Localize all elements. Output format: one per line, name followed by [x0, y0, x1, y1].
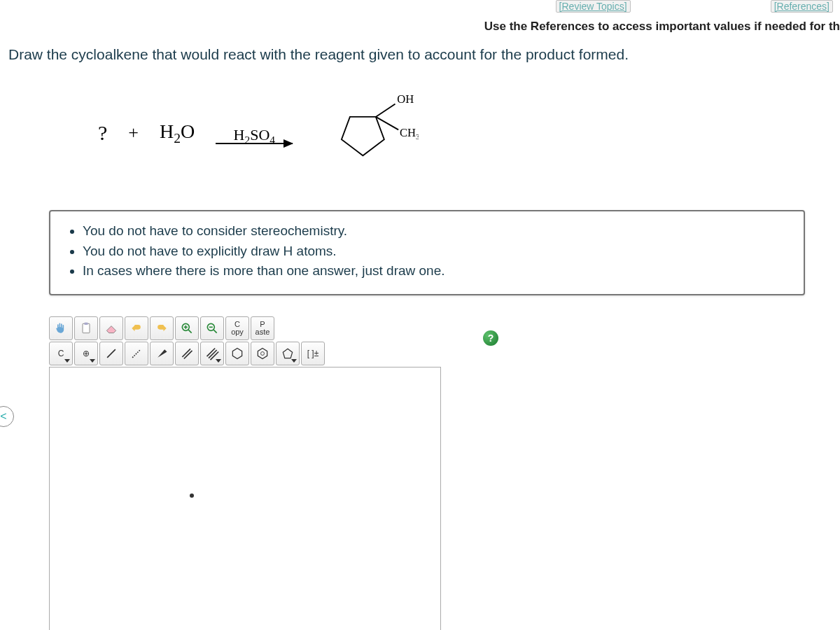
triple-bond-tool[interactable]: [200, 342, 224, 365]
instruction-item: You do not have to explicitly draw H ato…: [83, 241, 787, 262]
hand-tool[interactable]: [49, 316, 73, 340]
ring-icon: ⊕: [83, 349, 90, 358]
zoom-out-icon: [205, 321, 219, 335]
svg-line-1: [376, 104, 396, 116]
benzene-tool[interactable]: [225, 342, 249, 365]
instruction-item: You do not have to consider stereochemis…: [83, 221, 787, 241]
svg-rect-4: [85, 322, 88, 324]
drawing-canvas[interactable]: [49, 367, 441, 631]
svg-marker-15: [158, 349, 167, 358]
wedge-bond-tool[interactable]: [150, 342, 174, 365]
dashed-bond-icon: [130, 346, 144, 360]
select-tool[interactable]: [74, 316, 98, 340]
charge-label: [ ]±: [307, 349, 319, 358]
zoom-in-icon: [180, 321, 194, 335]
hexagon-icon: [230, 346, 244, 360]
oh-label: OH: [398, 92, 414, 106]
single-bond-icon: [104, 346, 118, 360]
paste-label-bottom: aste: [255, 328, 270, 336]
svg-marker-22: [258, 348, 267, 358]
copy-button[interactable]: C opy: [225, 316, 249, 340]
plus-sign: +: [128, 122, 139, 144]
help-button[interactable]: ?: [483, 330, 498, 346]
double-bond-tool[interactable]: [175, 342, 199, 365]
review-topics-link[interactable]: [Review Topics]: [556, 0, 631, 13]
prev-question-button[interactable]: <: [0, 406, 14, 427]
undo-icon: [130, 321, 144, 335]
reagent-water: H2O: [160, 120, 195, 146]
svg-line-13: [107, 349, 115, 358]
charge-tool[interactable]: [ ]±: [301, 342, 325, 365]
eraser-icon: [104, 321, 118, 335]
reaction-arrow: H2SO4: [216, 122, 293, 144]
ch3-label: CH3: [400, 126, 419, 141]
redo-icon: [155, 321, 169, 335]
erase-tool[interactable]: [99, 316, 123, 340]
clipboard-icon: [79, 321, 93, 335]
triple-bond-icon: [205, 346, 219, 360]
element-picker[interactable]: C: [49, 342, 73, 365]
zoom-in-button[interactable]: [175, 316, 199, 340]
dashed-bond-tool[interactable]: [125, 342, 148, 365]
instructions-box: You do not have to consider stereochemis…: [49, 210, 805, 295]
svg-line-14: [132, 349, 141, 358]
pentagon-icon: [281, 346, 295, 360]
wedge-icon: [155, 346, 169, 360]
cyclohexane-tool[interactable]: [251, 342, 274, 365]
zoom-out-button[interactable]: [200, 316, 224, 340]
svg-marker-0: [342, 117, 384, 155]
references-hint: Use the References to access important v…: [0, 15, 840, 46]
references-link[interactable]: [References]: [771, 0, 833, 13]
carbon-label: C: [58, 349, 64, 358]
undo-button[interactable]: [125, 316, 148, 340]
svg-rect-3: [83, 323, 90, 332]
copy-label-top: C: [234, 321, 240, 328]
svg-line-7: [188, 329, 192, 332]
toolbar-row-2: C ⊕: [49, 342, 469, 365]
single-bond-tool[interactable]: [99, 342, 123, 365]
double-bond-icon: [180, 346, 194, 360]
instructions-list: You do not have to consider stereochemis…: [67, 221, 787, 281]
ring-picker[interactable]: ⊕: [74, 342, 98, 365]
svg-marker-21: [232, 348, 241, 358]
question-prompt: Draw the cycloalkene that would react wi…: [0, 46, 840, 84]
paste-button[interactable]: P aste: [251, 316, 274, 340]
hand-icon: [54, 321, 68, 335]
redo-button[interactable]: [150, 316, 174, 340]
top-links: [Review Topics] [References]: [0, 0, 840, 15]
product-structure: OH CH3: [314, 91, 419, 175]
copy-label-bottom: opy: [231, 328, 244, 336]
unknown-reactant: ?: [98, 121, 107, 145]
cyclopentane-tool[interactable]: [276, 342, 300, 365]
reaction-scheme: ? + H2O H2SO4 OH CH3: [0, 84, 840, 210]
paste-label-top: P: [260, 321, 265, 328]
arrow-icon: [216, 143, 293, 144]
svg-line-11: [214, 329, 217, 332]
canvas-dot: [190, 493, 194, 498]
svg-marker-24: [283, 349, 292, 358]
hexagon-alt-icon: [255, 346, 270, 360]
toolbar-row-1: C opy P aste: [49, 316, 469, 340]
svg-marker-5: [106, 326, 115, 332]
instruction-item: In cases where there is more than one an…: [83, 261, 787, 281]
question-page: [Review Topics] [References] Use the Ref…: [0, 0, 840, 630]
svg-point-23: [261, 351, 265, 355]
structure-editor: C opy P aste C ⊕: [49, 316, 469, 631]
